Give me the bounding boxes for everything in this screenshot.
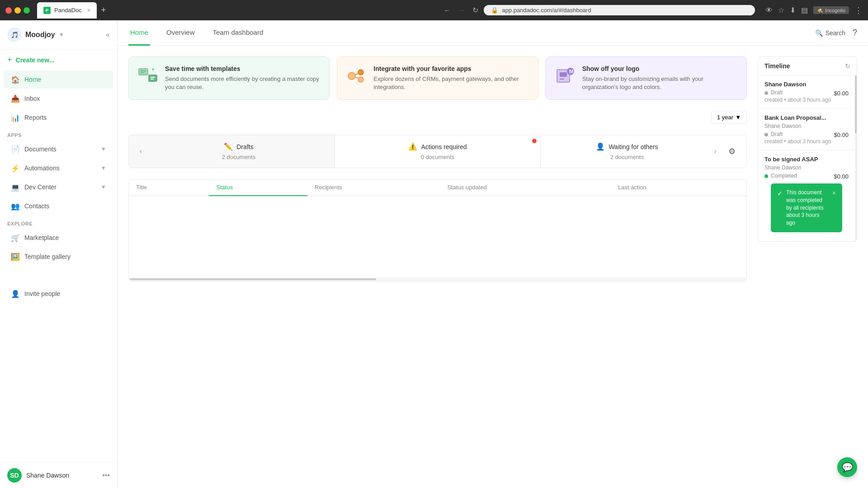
avatar: SD xyxy=(7,468,22,483)
maximize-window-button[interactable] xyxy=(24,7,30,14)
prev-stat-button[interactable]: ‹ xyxy=(136,144,146,159)
minimize-window-button[interactable] xyxy=(14,7,21,14)
collapse-sidebar-button[interactable]: « xyxy=(106,31,110,39)
horizontal-scrollbar[interactable] xyxy=(129,277,746,281)
filter-button[interactable]: ⚙ xyxy=(725,143,739,160)
stat-tab-drafts[interactable]: ‹ ✏️ Drafts 2 documents xyxy=(129,135,335,168)
drafts-label: Drafts xyxy=(236,143,253,150)
timeline-item-sub-user-3: Shane Dawson xyxy=(764,164,849,171)
chat-widget-button[interactable]: 💬 xyxy=(837,457,857,477)
sidebar-item-home[interactable]: 🏠 Home xyxy=(4,70,113,89)
automations-icon: ⚡ xyxy=(11,164,20,173)
waiting-label: Waiting for others xyxy=(609,143,658,150)
actions-required-dot xyxy=(532,139,537,143)
sidebar-inbox-label: Inbox xyxy=(24,95,40,102)
timeline-item-amount-3: $0.00 xyxy=(834,173,849,180)
close-window-button[interactable] xyxy=(5,7,12,14)
promo-card-templates[interactable]: + Save time with templates Send document… xyxy=(128,56,330,100)
sidebar-item-reports[interactable]: 📊 Reports xyxy=(4,108,113,127)
sidebar-template-gallery-label: Template gallery xyxy=(24,253,71,260)
eye-slash-icon[interactable]: 👁 xyxy=(765,6,773,14)
marketplace-icon: 🛒 xyxy=(11,233,20,242)
sidebar-reports-label: Reports xyxy=(24,114,47,121)
promo-card-branding[interactable]: M Show off your logo Stay on-brand by cu… xyxy=(546,56,747,100)
promo-templates-desc: Send documents more efficiently by creat… xyxy=(165,75,321,91)
url-bar[interactable]: 🔒 app.pandadoc.com/a/#/dashboard xyxy=(484,5,755,15)
promo-templates-title: Save time with templates xyxy=(165,65,321,72)
timeline-item-status-3: Completed xyxy=(771,173,797,179)
timeline: Timeline ↻ Shane Dawson Draft xyxy=(758,56,857,242)
stat-tab-actions-required[interactable]: ⚠️ Actions required 0 documents xyxy=(335,135,541,168)
reports-icon: 📊 xyxy=(11,113,20,122)
url-text: app.pandadoc.com/a/#/dashboard xyxy=(502,7,748,14)
year-selector[interactable]: 1 year ▼ xyxy=(711,111,747,124)
sidebar-item-template-gallery[interactable]: 🖼️ Template gallery xyxy=(4,248,113,266)
forward-button[interactable]: → xyxy=(456,5,467,16)
status-dot-draft-2 xyxy=(764,133,768,136)
promo-branding-title: Show off your logo xyxy=(582,65,738,72)
timeline-item-doc-title-3: To be signed ASAP xyxy=(764,156,849,163)
search-button[interactable]: 🔍 Search xyxy=(815,29,845,37)
active-browser-tab[interactable]: P PandaDoc × xyxy=(37,2,97,19)
tab-close-icon[interactable]: × xyxy=(87,7,90,14)
branding-icon: M xyxy=(554,65,576,87)
next-stat-button[interactable]: › xyxy=(711,144,720,159)
sidebar-header: 🎵 Moodjoy ▼ « xyxy=(0,20,117,50)
promo-integrations-title: Integrate with your favorite apps xyxy=(373,65,529,72)
new-tab-button[interactable]: + xyxy=(99,5,109,16)
browser-chrome: P PandaDoc × + ← → ↻ 🔒 app.pandadoc.com/… xyxy=(0,0,868,20)
reload-button[interactable]: ↻ xyxy=(471,4,480,16)
promo-branding-desc: Stay on-brand by customizing emails with… xyxy=(582,75,738,91)
refresh-timeline-button[interactable]: ↻ xyxy=(845,62,850,70)
create-new-button[interactable]: + Create new... xyxy=(0,50,117,70)
svg-text:M: M xyxy=(569,69,573,74)
user-more-button[interactable]: ••• xyxy=(102,471,110,479)
brand-dropdown-icon[interactable]: ▼ xyxy=(59,32,64,38)
sidebar-item-contacts[interactable]: 👥 Contacts xyxy=(4,197,113,215)
promo-card-integrations[interactable]: Integrate with your favorite apps Explor… xyxy=(337,56,538,100)
tab-overview[interactable]: Overview xyxy=(165,20,197,46)
dev-center-arrow-icon: ▼ xyxy=(101,184,106,190)
help-icon: ? xyxy=(853,28,857,37)
integrations-icon xyxy=(345,65,367,87)
brand-name: Moodjoy xyxy=(25,31,55,39)
sidebar-documents-label: Documents xyxy=(24,145,57,153)
stat-tab-waiting[interactable]: 👤 Waiting for others 2 documents › ⚙ xyxy=(541,135,746,168)
sidebar-item-invite[interactable]: 👤 Invite people xyxy=(4,285,113,303)
back-button[interactable]: ← xyxy=(442,5,453,16)
tab-home[interactable]: Home xyxy=(128,20,150,46)
waiting-count: 2 documents xyxy=(548,154,706,160)
col-header-last-action[interactable]: Last action xyxy=(611,179,746,196)
sidebar-item-automations[interactable]: ⚡ Automations ▼ xyxy=(4,159,113,177)
timeline-scrollbar[interactable] xyxy=(855,75,857,241)
timeline-scroll-area: Shane Dawson Draft $0.00 created • about… xyxy=(758,75,857,241)
timeline-items: Shane Dawson Draft $0.00 created • about… xyxy=(758,75,855,241)
sidebar-invite-label: Invite people xyxy=(24,290,60,297)
scroll-thumb xyxy=(130,278,376,280)
chat-icon: 💬 xyxy=(842,462,853,473)
sidebar-toggle-icon[interactable]: ▤ xyxy=(801,6,808,14)
explore-section-label: EXPLORE xyxy=(0,216,117,228)
banner-close-button[interactable]: × xyxy=(832,189,836,198)
col-header-title[interactable]: Title xyxy=(129,179,209,196)
download-icon[interactable]: ⬇ xyxy=(790,6,796,14)
bookmark-icon[interactable]: ☆ xyxy=(778,6,784,14)
tab-team-dashboard[interactable]: Team dashboard xyxy=(211,20,265,46)
col-header-status-updated[interactable]: Status updated xyxy=(440,179,611,196)
search-icon: 🔍 xyxy=(815,29,823,37)
more-menu-icon[interactable]: ⋮ xyxy=(854,5,863,15)
promo-integrations-text: Integrate with your favorite apps Explor… xyxy=(373,65,529,91)
actions-required-count: 0 documents xyxy=(342,154,533,160)
help-button[interactable]: ? xyxy=(853,28,857,38)
actions-required-icon: ⚠️ xyxy=(408,142,417,151)
sidebar: 🎵 Moodjoy ▼ « + Create new... 🏠 Home 📥 I… xyxy=(0,20,118,488)
sidebar-item-dev-center[interactable]: 💻 Dev Center ▼ xyxy=(4,178,113,196)
col-header-recipients[interactable]: Recipients xyxy=(307,179,440,196)
timeline-scroll-thumb xyxy=(855,75,857,133)
col-header-status[interactable]: Status xyxy=(209,179,307,196)
dev-center-icon: 💻 xyxy=(11,183,20,192)
sidebar-item-inbox[interactable]: 📥 Inbox xyxy=(4,89,113,108)
sidebar-item-documents[interactable]: 📄 Documents ▼ xyxy=(4,140,113,158)
inbox-icon: 📥 xyxy=(11,94,20,103)
sidebar-item-marketplace[interactable]: 🛒 Marketplace xyxy=(4,229,113,247)
